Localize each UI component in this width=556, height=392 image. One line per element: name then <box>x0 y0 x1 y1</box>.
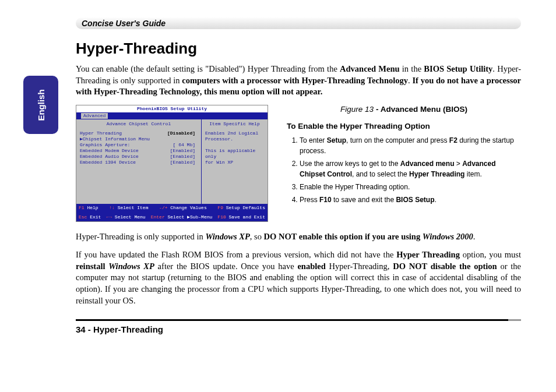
bios-item: Graphics Aperture:[ 64 Mb] <box>80 142 198 148</box>
steps-list: To enter Setup, turn on the computer and… <box>287 135 521 205</box>
bios-item: ▶Chipset Information Menu <box>80 136 198 142</box>
language-tab: English <box>23 76 58 134</box>
step-item: To enter Setup, turn on the computer and… <box>300 135 521 156</box>
bios-help-line: Enables 2nd Logical <box>205 130 264 136</box>
page-title: Hyper-Threading <box>76 40 521 58</box>
bios-right-header: Item Specific Help <box>205 121 264 127</box>
bios-tab-advanced: Advanced <box>81 113 108 119</box>
bios-help-line <box>205 142 264 148</box>
step-item: Press F10 to save and exit the BIOS Setu… <box>300 195 521 205</box>
bios-left-header: Advance Chipset Control <box>80 121 198 127</box>
enable-heading: To Enable the Hyper Threading Option <box>287 122 521 130</box>
footer-rule <box>76 319 521 321</box>
header-bar: Concise User's Guide <box>76 17 521 29</box>
bios-item: Embedded Audio Device[Enabled] <box>80 154 198 160</box>
bios-help-panel: Item Specific Help Enables 2nd LogicalPr… <box>202 119 268 204</box>
bios-left-panel: Advance Chipset Control Hyper Threading[… <box>76 119 202 204</box>
bios-footer: F1 Help↑↓ Select Item-/+ Change ValuesF9… <box>76 204 268 221</box>
bios-item: Embedded Modem Device[Enabled] <box>80 148 198 154</box>
bios-tabs: Advanced <box>76 112 268 119</box>
intro-paragraph: You can enable (the default setting is "… <box>76 63 521 98</box>
paragraph-3: If you have updated the Flash ROM BIOS f… <box>76 249 521 306</box>
bios-help-line: This is applicable only <box>205 148 264 160</box>
figure-caption: Figure 13 - Advanced Menu (BIOS) <box>287 105 521 114</box>
bios-help-line: for Win XP <box>205 160 264 165</box>
step-item: Enable the Hyper Threading option. <box>300 182 521 192</box>
paragraph-2: Hyper-Threading is only supported in Win… <box>76 231 521 243</box>
guide-title: Concise User's Guide <box>82 17 166 29</box>
bios-item: Hyper Threading[Disabled] <box>80 130 198 136</box>
language-label: English <box>36 89 45 121</box>
page-footer: 34 - Hyper-Threading <box>76 324 521 334</box>
bios-help-line: Processor. <box>205 136 264 142</box>
bios-screenshot: PhoenixBIOS Setup Utility Advanced Advan… <box>76 105 268 222</box>
bios-item: Embedded 1394 Device[Enabled] <box>80 160 198 165</box>
step-item: Use the arrow keys to get to the Advance… <box>300 158 521 179</box>
bios-title: PhoenixBIOS Setup Utility <box>76 105 268 112</box>
